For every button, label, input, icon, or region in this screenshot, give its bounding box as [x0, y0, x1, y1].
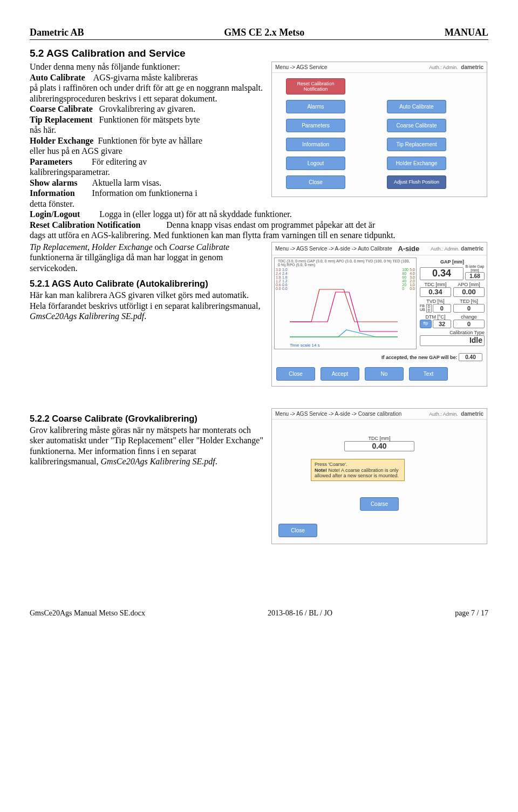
desc-params-after: kalibreringsparametrar.: [30, 167, 267, 178]
desc-params: För editering av: [92, 157, 147, 166]
tip-line2: Note! Note! A coarse calibration is only…: [315, 468, 401, 479]
gap-value: 0.34: [420, 267, 464, 280]
section-5-2-2-title: 5.2.2 Coarse Calibrate (Grovkalibrering): [30, 414, 267, 424]
shot2-close-button[interactable]: Close: [276, 367, 315, 381]
parameters-button[interactable]: Parameters: [286, 119, 345, 132]
fb-label: FB: [420, 304, 425, 308]
desc-reset-after: dags att utföra en AGS-kalibrering. Med …: [30, 230, 488, 241]
dtm-label: DTM [°C]: [420, 314, 451, 320]
desc-tip-after: nås här.: [30, 125, 267, 136]
tail-och: och: [153, 242, 169, 252]
section-5-2-tail: Tip Replacement, Holder Exchange och Coa…: [30, 242, 267, 322]
caltype-value: Idle: [420, 335, 485, 346]
shot3-breadcrumb: Menu -> AGS Service -> A-side -> Coarse …: [275, 411, 401, 417]
tvd-label: TVD [%]: [420, 299, 451, 304]
section-5-2-1-title: 5.2.1 AGS Auto Calibrate (Autokalibrerin…: [30, 279, 267, 289]
footer-left: GmsCe20Ags Manual Metso SE.docx: [30, 609, 145, 618]
desc-coarse: Grovkalibrering av givaren.: [99, 104, 195, 113]
ub-val: 0: [428, 308, 430, 312]
term-auto-calibrate: Auto Calibrate: [30, 73, 85, 82]
auto-calibrate-button[interactable]: Auto Calibrate: [387, 100, 446, 113]
dtm-value: 32: [433, 320, 451, 328]
shot3-tdc-label: TDC [mm]: [344, 436, 414, 441]
s522-p1c: .: [215, 457, 217, 466]
screenshot-auto-calibrate: Menu -> AGS Service -> A-side -> Auto Ca…: [271, 242, 487, 387]
desc-auto-calibrate-2: på plats i raffinören och under drift fö…: [30, 83, 267, 104]
shot3-tdc-value: 0.40: [344, 441, 414, 451]
tail-italic-2: Coarse Calibrate: [169, 242, 230, 252]
term-login: Login/Logout: [30, 209, 80, 219]
change-value: 0: [453, 320, 485, 328]
s521-p1: Här kan man kalibrera AGS givaren vilket…: [30, 290, 267, 301]
s521-p2c: .: [144, 312, 146, 321]
desc-holder-after: eller hus på en AGS givare: [30, 146, 267, 157]
apo-label: APO [mm]: [453, 282, 485, 287]
reset-calibration-button[interactable]: Reset Calibration Notification: [286, 78, 345, 94]
tail-italic-1: Tip Replacement, Holder Exchange: [30, 242, 153, 252]
shot2-no-button[interactable]: No: [365, 367, 404, 381]
shot2-breadcrumb: Menu -> AGS Service -> A-side -> Auto Ca…: [275, 246, 392, 252]
desc-info-after: detta fönster.: [30, 199, 267, 209]
desc-reset: Denna knapp visas endast om programmet p…: [166, 220, 375, 229]
shot1-auth: Auth.: Admin.: [429, 65, 458, 70]
alarms-button[interactable]: Alarms: [286, 100, 345, 113]
ub-label: UB: [420, 308, 425, 312]
shot3-close-button[interactable]: Close: [278, 524, 317, 537]
tip-line1: Press 'Coarse'.: [315, 462, 401, 467]
ftp-button[interactable]: ftp: [420, 320, 432, 328]
term-info: Information: [30, 188, 75, 198]
gap-label: GAP [mm]: [420, 259, 485, 265]
coarse-calibrate-button[interactable]: Coarse Calibrate: [387, 119, 446, 132]
desc-holder: Funktionen för byte av hållare: [98, 136, 202, 145]
change-label: change: [453, 314, 485, 320]
information-button[interactable]: Information: [286, 138, 345, 151]
graph-xscale: Time scale 14 s: [290, 343, 320, 348]
tdc-value: 0.34: [420, 287, 451, 297]
shot2-auth: Auth.: Admin.: [431, 246, 460, 252]
section-5-2-title: 5.2 AGS Calibration and Service: [30, 48, 488, 59]
term-show: Show alarms: [30, 178, 77, 187]
fb-val: 0: [428, 304, 430, 308]
footer-right: page 7 / 17: [455, 609, 488, 618]
shot2-text-button[interactable]: Text: [409, 367, 448, 381]
accept-value: 0.40: [459, 353, 482, 361]
shot2-aside: A-side: [398, 245, 425, 253]
screenshot-coarse-calibrate: Menu -> AGS Service -> A-side -> Coarse …: [271, 408, 487, 544]
tail-rest: funktionerna är tillgängliga då man har …: [30, 253, 223, 273]
s522-p1b: GmsCe20Ags Kalibrering SE.pdf: [101, 457, 215, 466]
section-5-2-text: Under denna meny nås följande funktioner…: [30, 62, 267, 209]
header-right: MANUAL: [445, 27, 488, 38]
holder-exchange-button[interactable]: Holder Exchange: [387, 157, 446, 170]
shot3-auth: Auth.: Admin.: [429, 411, 458, 417]
tip-replacement-button[interactable]: Tip Replacement: [387, 138, 446, 151]
tvd-value: 0: [433, 304, 451, 313]
desc-show: Aktuella larm visas.: [92, 178, 161, 187]
logout-button[interactable]: Logout: [286, 157, 345, 170]
shot3-brand: dametric: [461, 411, 483, 417]
s521-p2a: Hela förfarandet beskrivs utförligt i en…: [30, 301, 260, 310]
term-reset: Reset Calibration Notification: [30, 220, 140, 229]
graph-legend: TDC (3.0, 0 mm) GAP (3.0, 0 mm) APO (3.0…: [278, 259, 413, 267]
accept-line: If accepted, the new GAP will be:: [381, 355, 457, 360]
bside-value: 1.68: [465, 272, 485, 280]
tip-line2-text: Note! A coarse calibration is only allow…: [315, 468, 399, 478]
intro-line: Under denna meny nås följande funktioner…: [30, 62, 267, 72]
term-tip: Tip Replacement: [30, 115, 93, 124]
calibration-graph: TDC (3.0, 0 mm) GAP (3.0, 0 mm) APO (3.0…: [274, 258, 417, 349]
desc-login: Logga in (eller logga ut) för att nå sky…: [99, 209, 291, 219]
s521-p2b: GmsCe20Ags Kalibrering SE.pdf: [30, 312, 144, 321]
metrics-panel: GAP [mm] 0.34 B-side Gap [mm] 1.68 TDC […: [417, 258, 485, 349]
shot1-breadcrumb: Menu -> AGS Service: [275, 64, 327, 70]
apo-value: 0.00: [453, 287, 485, 297]
coarse-tip-box: Press 'Coarse'. Note! Note! A coarse cal…: [311, 459, 405, 481]
close-button[interactable]: Close: [286, 175, 345, 189]
ted-label: TED [%]: [453, 299, 485, 304]
adjust-flush-button[interactable]: Adjust Flush Position: [387, 175, 446, 189]
footer-center: 2013-08-16 / BL / JO: [268, 609, 332, 618]
bside-label: B-side Gap [mm]: [465, 265, 485, 272]
page-footer: GmsCe20Ags Manual Metso SE.docx 2013-08-…: [30, 609, 488, 618]
coarse-button[interactable]: Coarse: [360, 497, 399, 511]
screenshot-ags-service: Menu -> AGS Service Auth.: Admin. dametr…: [271, 62, 487, 197]
term-coarse: Coarse Calibrate: [30, 104, 93, 113]
shot2-accept-button[interactable]: Accept: [321, 367, 359, 381]
